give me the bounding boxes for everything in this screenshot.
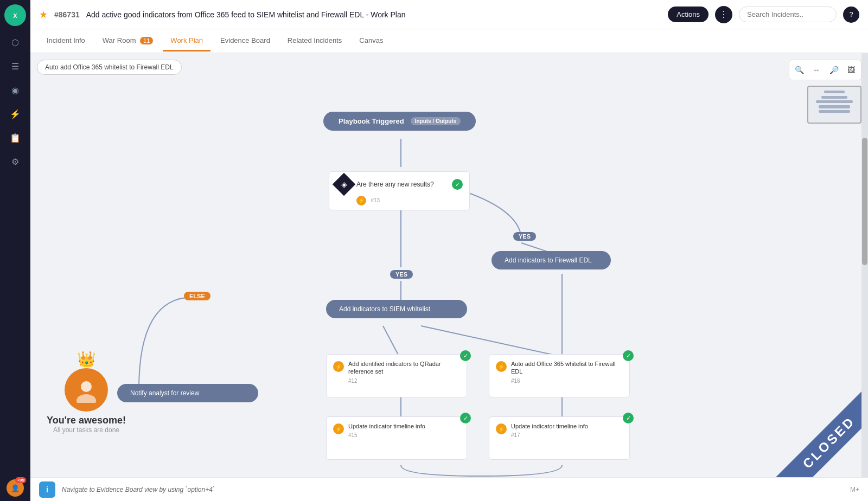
logo[interactable]: X [4,4,26,26]
user-avatar[interactable]: 👤 +99 [7,479,24,497]
notification-badge: +99 [15,477,26,483]
hint-text: Navigate to Evidence Board view by using… [62,486,844,493]
sidebar: X ⬡ ☰ ◉ ⚡ 📋 ⚙ 👤 +99 [0,0,30,501]
zoom-in-button[interactable]: 🔍 [792,62,807,78]
header: ★ #86731 Add active good indicators from… [30,0,868,29]
screenshot-button[interactable]: 🖼 [844,62,859,78]
awesome-avatar [65,368,108,412]
svg-text:X: X [13,12,17,19]
actions-button[interactable]: Actions [668,7,709,22]
more-options-button[interactable]: ⋮ [715,6,732,23]
closed-stamp: CLOSED [760,369,868,477]
svg-line-7 [421,326,562,357]
svg-point-12 [76,394,96,403]
tab-related-incidents[interactable]: Related Incidents [280,31,349,52]
fit-button[interactable]: ↔ [809,62,824,78]
workflow-canvas-area: Auto add Office 365 whitelist to Firewal… [30,53,868,477]
info-button[interactable]: i [39,481,55,498]
awesome-text: You're awesome! All your tasks are done [47,415,126,434]
page-title: Add active good indicators from Office 3… [86,10,662,19]
node-condition[interactable]: ◈ Are there any new results? ✓ ⚡ #13 [329,171,470,210]
keyboard-hint: M+ [850,486,859,493]
node-add-firewall[interactable]: Add indicators to Firewall EDL [492,251,611,269]
tabs-bar: Incident Info War Room 11 Work Plan Evid… [30,29,868,53]
scrollbar[interactable] [861,53,868,477]
zoom-out-button[interactable]: 🔎 [826,62,841,78]
awesome-section: 👑 You're awesome! All your tasks are don… [47,350,126,434]
bottom-bar: i Navigate to Evidence Board view by usi… [30,477,868,501]
node-task3[interactable]: ⚡ Update indicator timeline info #15 ✓ [326,416,467,460]
node-task2[interactable]: ⚡ Auto add Office 365 whitelist to Firew… [489,354,630,397]
sidebar-item-analytics[interactable]: ◉ [5,80,25,100]
node-task4[interactable]: ⚡ Update indicator timeline info #17 ✓ [489,416,630,460]
tab-canvas[interactable]: Canvas [352,31,391,52]
node-playbook-triggered[interactable]: Playbook Triggered Inputs / Outputs [323,112,476,131]
tab-evidence-board[interactable]: Evidence Board [213,31,278,52]
sidebar-item-reports[interactable]: 📋 [5,128,25,147]
sidebar-item-list[interactable]: ☰ [5,56,25,76]
svg-point-11 [81,381,92,392]
sidebar-item-automation[interactable]: ⚡ [5,104,25,124]
tab-war-room[interactable]: War Room 11 [95,31,161,52]
star-icon[interactable]: ★ [39,9,48,21]
node-task1[interactable]: ⚡ Add identified indicators to QRadar re… [326,354,467,397]
crown-icon: 👑 [47,350,126,368]
node-notify[interactable]: Notify analyst for review [117,384,258,402]
closed-label: CLOSED [773,387,868,477]
war-room-badge: 11 [140,37,153,44]
node-add-siem[interactable]: Add indicators to SIEM whitelist [326,300,467,318]
yes-badge-left: YES [390,270,413,279]
search-input[interactable] [739,7,837,22]
tab-incident-info[interactable]: Incident Info [39,31,93,52]
else-badge: ELSE [184,292,210,300]
minimap [807,86,861,124]
canvas-label: Auto add Office 365 whitelist to Firewal… [37,60,182,75]
scrollbar-thumb[interactable] [862,138,867,265]
main-content: ★ #86731 Add active good indicators from… [30,0,868,501]
tab-work-plan[interactable]: Work Plan [163,31,210,52]
yes-badge-right: YES [513,232,536,241]
help-button[interactable]: ? [843,7,859,23]
sidebar-item-home[interactable]: ⬡ [5,33,25,52]
incident-id: #86731 [54,10,80,19]
canvas-controls: 🔍 ↔ 🔎 🖼 [789,60,861,80]
io-label: Inputs / Outputs [411,117,461,125]
sidebar-item-settings[interactable]: ⚙ [5,152,25,171]
svg-line-6 [383,326,399,357]
